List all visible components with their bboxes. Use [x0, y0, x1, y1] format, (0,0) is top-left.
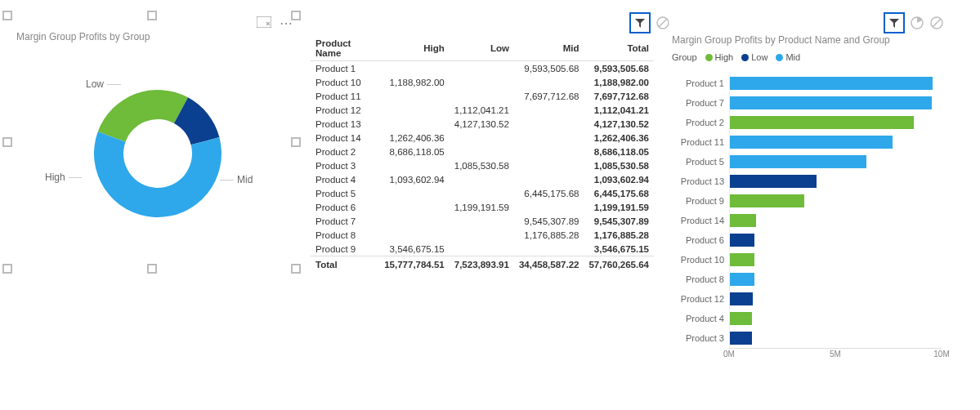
bar-chart[interactable]: Product 1Product 7Product 2Product 11Pro… — [672, 74, 942, 368]
donut-chart[interactable] — [76, 72, 239, 235]
table-row[interactable]: Product 101,188,982.001,188,982.00 — [311, 75, 654, 89]
table-row[interactable]: Product 79,545,307.899,545,307.89 — [311, 214, 654, 228]
table-row[interactable]: Product 61,199,191.591,199,191.59 — [311, 200, 654, 214]
col-mid[interactable]: Mid — [514, 36, 584, 61]
col-high[interactable]: High — [379, 36, 450, 61]
bar-row[interactable]: Product 14 — [672, 211, 942, 230]
bar-ylabel: Product 14 — [672, 216, 729, 225]
col-name[interactable]: Product Name — [311, 36, 379, 61]
bar-rect[interactable] — [729, 292, 753, 305]
table-row[interactable]: Product 81,176,885.281,176,885.28 — [311, 228, 654, 242]
bar-row[interactable]: Product 6 — [672, 230, 942, 250]
bar-ylabel: Product 5 — [672, 157, 729, 167]
bar-ylabel: Product 3 — [672, 333, 729, 343]
svg-line-5 — [933, 19, 941, 27]
bar-ylabel: Product 12 — [672, 294, 729, 304]
donut-slice-mid[interactable] — [94, 131, 222, 217]
table-row[interactable]: Product 141,262,406.361,262,406.36 — [311, 131, 654, 145]
col-total[interactable]: Total — [584, 36, 654, 61]
bar-rect[interactable] — [729, 273, 754, 286]
bar-ylabel: Product 1 — [672, 78, 729, 88]
bar-ylabel: Product 7 — [672, 98, 729, 108]
bar-rect[interactable] — [729, 312, 752, 325]
bar-rect[interactable] — [729, 175, 817, 188]
bar-ylabel: Product 8 — [672, 274, 729, 284]
bar-row[interactable]: Product 13 — [672, 172, 942, 191]
bar-title: Margin Group Profits by Product Name and… — [672, 34, 890, 46]
bar-row[interactable]: Product 4 — [672, 309, 942, 328]
highlight-icon[interactable] — [910, 16, 924, 30]
report-canvas: ⋯ Margin Group Profits by Group High Low… — [0, 0, 980, 410]
bar-ylabel: Product 2 — [672, 118, 729, 127]
bar-rect[interactable] — [729, 77, 933, 90]
bar-ylabel: Product 6 — [672, 235, 729, 245]
bar-row[interactable]: Product 5 — [672, 152, 942, 172]
filter-icon[interactable] — [884, 12, 905, 33]
bar-row[interactable]: Product 9 — [672, 191, 942, 211]
total-row: Total15,777,784.517,523,893.9134,458,587… — [311, 256, 654, 272]
bar-rect[interactable] — [729, 194, 804, 207]
bar-ylabel: Product 13 — [672, 176, 729, 186]
more-options-icon[interactable]: ⋯ — [278, 18, 293, 29]
bar-rect[interactable] — [729, 116, 914, 129]
bar-rect[interactable] — [729, 253, 754, 266]
bar-row[interactable]: Product 7 — [672, 93, 942, 113]
table-row[interactable]: Product 19,593,505.689,593,505.68 — [311, 61, 654, 76]
table-row[interactable]: Product 28,686,118.058,686,118.05 — [311, 145, 654, 158]
bar-rect[interactable] — [729, 155, 866, 168]
bar-legend: Group High Low Mid — [672, 52, 800, 62]
donut-label-high: High — [45, 172, 65, 183]
bar-ylabel: Product 10 — [672, 255, 729, 265]
col-low[interactable]: Low — [450, 36, 514, 61]
bar-rect[interactable] — [729, 214, 756, 227]
donut-visual[interactable]: ⋯ Margin Group Profits by Group High Low… — [7, 15, 297, 270]
axis-tick: 10M — [933, 350, 949, 359]
focus-mode-icon[interactable] — [257, 16, 271, 30]
bar-rect[interactable] — [729, 332, 752, 345]
no-interaction-icon[interactable] — [656, 16, 670, 30]
table-row[interactable]: Product 117,697,712.687,697,712.68 — [311, 89, 654, 103]
bar-row[interactable]: Product 11 — [672, 132, 942, 152]
data-table: Product NameHighLowMidTotal Product 19,5… — [311, 36, 654, 272]
svg-line-2 — [659, 19, 667, 27]
bar-row[interactable]: Product 8 — [672, 270, 942, 289]
bar-ylabel: Product 4 — [672, 314, 729, 323]
bar-row[interactable]: Product 3 — [672, 328, 942, 348]
table-row[interactable]: Product 121,112,041.211,112,041.21 — [311, 103, 654, 117]
bar-ylabel: Product 9 — [672, 196, 729, 206]
bar-rect[interactable] — [729, 234, 754, 247]
bar-ylabel: Product 11 — [672, 137, 729, 147]
table-row[interactable]: Product 93,546,675.153,546,675.15 — [311, 242, 654, 256]
axis-tick: 5M — [830, 350, 841, 359]
filter-icon[interactable] — [629, 12, 651, 33]
table-row[interactable]: Product 31,085,530.581,085,530.58 — [311, 158, 654, 172]
donut-label-mid: Mid — [237, 174, 253, 185]
no-interaction-icon[interactable] — [929, 16, 944, 30]
donut-title: Margin Group Profits by Group — [16, 31, 150, 42]
bar-row[interactable]: Product 10 — [672, 250, 942, 270]
table-visual[interactable]: Product NameHighLowMidTotal Product 19,5… — [311, 15, 654, 272]
bar-rect[interactable] — [729, 136, 893, 149]
legend-group-label: Group — [672, 52, 697, 62]
bar-rect[interactable] — [729, 96, 932, 109]
table-row[interactable]: Product 41,093,602.941,093,602.94 — [311, 172, 654, 186]
donut-slice-high[interactable] — [98, 90, 188, 142]
table-row[interactable]: Product 56,445,175.686,445,175.68 — [311, 186, 654, 200]
bar-row[interactable]: Product 1 — [672, 74, 942, 93]
table-row[interactable]: Product 134,127,130.524,127,130.52 — [311, 117, 654, 131]
axis-tick: 0M — [723, 350, 735, 359]
bar-row[interactable]: Product 2 — [672, 113, 942, 132]
donut-label-low: Low — [86, 78, 104, 90]
bar-row[interactable]: Product 12 — [672, 289, 942, 309]
